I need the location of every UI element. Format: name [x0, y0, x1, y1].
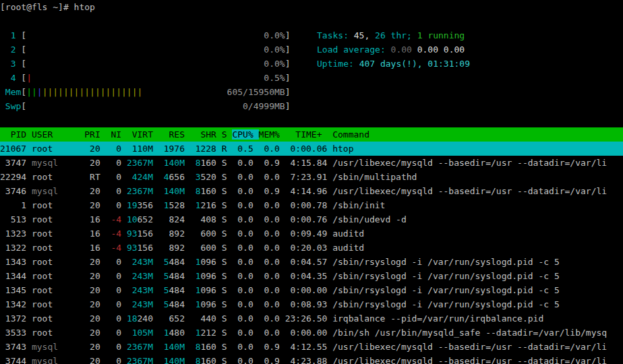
meter-close-bracket: ] [285, 73, 291, 83]
cell-cpu: 0.0 [232, 172, 258, 182]
cell-user: root [32, 313, 84, 324]
mem-meter-value: 605/15950MB [142, 87, 285, 97]
cell-time: 7:23.91 [285, 172, 332, 182]
tasks-line: Tasks: 45, 26 thr; 1 running [317, 28, 470, 42]
column-header-cpu[interactable]: CPU% [232, 129, 258, 140]
cell-command: /sbin/init [332, 200, 385, 210]
cell-command: /sbin/multipathd [332, 172, 417, 182]
cell-ni: 0 [106, 299, 127, 309]
cell-command: /usr/libexec/mysqld --basedir=/usr --dat… [332, 186, 607, 196]
cpu3-meter-label: 3 [0, 59, 21, 69]
cell-pid: 1343 [0, 257, 32, 267]
load-average-label: Load average: [317, 44, 391, 55]
cell-pid: 513 [0, 214, 32, 224]
column-header-virt[interactable]: VIRT [127, 129, 158, 140]
process-row-3533[interactable]: 3533 root 20 0 105M 1480 1212 S 0.0 0.0 … [0, 326, 623, 340]
cpu1-meter-value: 0.0% [26, 30, 285, 40]
cell-pid: 1322 [0, 243, 32, 253]
cell-ni: 0 [106, 186, 127, 196]
cell-virt: 110M [132, 144, 153, 154]
process-row-3743[interactable]: 3743 mysql 20 0 2367M 140M 8160 S 0.0 0.… [0, 340, 623, 354]
cell-ni: 0 [106, 158, 127, 168]
process-row-1343[interactable]: 1343 root 20 0 243M 5484 1096 S 0.0 0.0 … [0, 255, 623, 269]
cell-pid: 1 [0, 200, 32, 210]
cell-user: root [32, 328, 84, 338]
swp-meter-value: 0/4999MB [26, 101, 285, 111]
cell-command: auditd [332, 243, 364, 253]
cell-state: S [222, 328, 233, 338]
cell-command: /usr/libexec/mysqld --basedir=/usr --dat… [332, 342, 607, 352]
cell-time: 0:00.06 [285, 144, 332, 154]
cell-mem: 0.0 [259, 200, 285, 210]
cell-res: 140M [164, 342, 185, 352]
cell-cpu: 0.0 [232, 356, 258, 364]
cell-user: mysql [32, 356, 84, 364]
cpu2-meter: 2 [ 0.0%] [0, 42, 623, 57]
cell-state: S [222, 243, 233, 253]
column-header-pri[interactable]: PRI [84, 129, 105, 140]
column-header-user[interactable]: USER [32, 129, 84, 140]
cell-state: S [222, 257, 233, 267]
cell-mem: 0.0 [259, 172, 285, 182]
cell-user: mysql [32, 186, 84, 196]
cell-command: irqbalance --pid=/var/run/irqbalance.pid [332, 313, 543, 324]
cell-pid: 21067 [0, 144, 32, 154]
cell-pri: 20 [84, 299, 105, 309]
cell-pri: 20 [84, 271, 105, 281]
cell-pid: 1323 [0, 229, 32, 239]
cell-command: /sbin/rsyslogd -i /var/run/syslogd.pid -… [332, 285, 560, 295]
cell-state: S [222, 356, 233, 364]
cell-state: S [222, 229, 233, 239]
tasks-summary: Tasks: 45, 26 thr; 1 running Load averag… [317, 28, 470, 71]
cell-res: 140M [164, 186, 185, 196]
cell-ni: 0 [106, 356, 127, 364]
cell-res: 824 [169, 214, 185, 224]
column-header-shr[interactable]: SHR [190, 129, 222, 140]
cell-cpu: 0.0 [232, 285, 258, 295]
cell-shr: 600 [200, 229, 216, 239]
process-row-1322[interactable]: 1322 root 16 -4 93156 892 600 S 0.0 0.0 … [0, 241, 623, 255]
cell-res: 5 [164, 299, 169, 309]
process-row-21067[interactable]: 21067 root 20 0 110M 1976 1228 R 0.5 0.0… [0, 142, 623, 156]
cell-pid: 3743 [0, 342, 32, 352]
cell-pid: 3747 [0, 158, 32, 168]
column-header-ni[interactable]: NI [106, 129, 127, 140]
process-row-22294[interactable]: 22294 root RT 0 424M 4656 3520 S 0.0 0.0… [0, 170, 623, 184]
process-row-1342[interactable]: 1342 root 20 0 243M 5484 1096 S 0.0 0.0 … [0, 297, 623, 311]
cell-ni: -4 [106, 214, 127, 224]
column-header-res[interactable]: RES [158, 129, 190, 140]
cell-mem: 0.9 [259, 342, 285, 352]
load-average-line: Load average: 0.00 0.00 0.00 [317, 42, 470, 57]
column-header-s[interactable]: S [222, 129, 233, 140]
column-header-command[interactable]: Command [332, 129, 369, 140]
meter-open-bracket: [ [21, 30, 26, 40]
cell-time: 4:12.55 [285, 342, 332, 352]
cell-cpu: 0.0 [232, 200, 258, 210]
column-header-time[interactable]: TIME+ [285, 129, 332, 140]
cell-ni: 0 [106, 144, 127, 154]
cell-state: S [222, 200, 233, 210]
cell-pri: 20 [84, 257, 105, 267]
process-row-3747[interactable]: 3747 mysql 20 0 2367M 140M 8160 S 0.0 0.… [0, 156, 623, 170]
cell-pri: 16 [84, 229, 105, 239]
process-row-1323[interactable]: 1323 root 16 -4 93156 892 600 S 0.0 0.0 … [0, 226, 623, 241]
cell-virt: 93 [127, 243, 138, 253]
process-row-1372[interactable]: 1372 root 20 0 18240 652 440 S 0.0 0.0 2… [0, 311, 623, 326]
cell-user: root [32, 214, 84, 224]
process-row-513[interactable]: 513 root 16 -4 10652 824 408 S 0.0 0.0 0… [0, 212, 623, 226]
cell-cpu: 0.0 [232, 214, 258, 224]
process-row-1345[interactable]: 1345 root 20 0 243M 5484 1096 S 0.0 0.0 … [0, 283, 623, 297]
cell-state: S [222, 172, 233, 182]
cell-virt: 424M [132, 172, 153, 182]
load-average-5min: 0.00 [417, 44, 444, 55]
cell-command: /sbin/rsyslogd -i /var/run/syslogd.pid -… [332, 299, 560, 309]
cpu1-meter: 1 [ 0.0%] [0, 28, 623, 42]
column-header-pid[interactable]: PID [0, 129, 32, 140]
column-header-mem[interactable]: MEM% [259, 129, 285, 140]
blank-line [0, 14, 623, 28]
process-row-3744[interactable]: 3744 mysql 20 0 2367M 140M 8160 S 0.0 0.… [0, 354, 623, 364]
process-row-1[interactable]: 1 root 20 0 19356 1528 1216 S 0.0 0.0 0:… [0, 198, 623, 212]
process-row-3746[interactable]: 3746 mysql 20 0 2367M 140M 8160 S 0.0 0.… [0, 184, 623, 198]
cell-res: 4 [164, 172, 169, 182]
process-row-1344[interactable]: 1344 root 20 0 243M 5484 1096 S 0.0 0.0 … [0, 269, 623, 283]
